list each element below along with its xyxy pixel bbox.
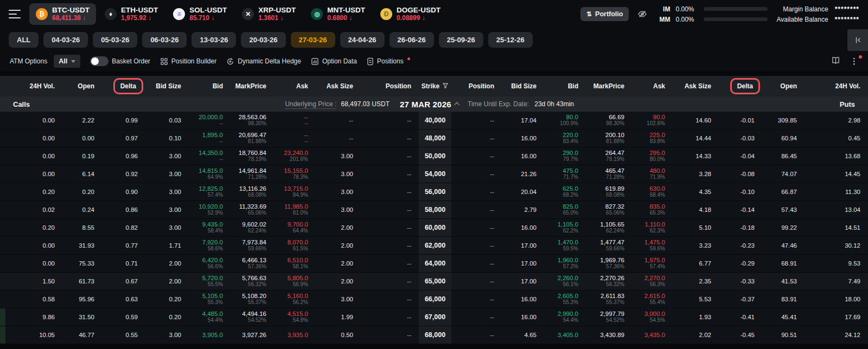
- call-bid[interactable]: 4,485.054.4%: [189, 308, 231, 326]
- option-row-65000[interactable]: 1.5061.730.672.005,720.055.5%5,766.6356.…: [0, 273, 868, 290]
- positions-button[interactable]: Positions: [367, 57, 410, 66]
- ticker-tab-mnt-usdt[interactable]: ◍MNT-USDT0.6800 ↓: [304, 3, 372, 25]
- put-mark-price[interactable]: 619.8968.08%: [586, 183, 632, 201]
- call-mark-price[interactable]: 5,108.2055.37%: [231, 290, 274, 308]
- option-data-button[interactable]: Option Data: [311, 57, 357, 66]
- put-bid[interactable]: 2,990.054.4%: [544, 308, 586, 326]
- ticker-tab-sol-usdt[interactable]: ≡SOL-USDT85.710 ↓: [167, 3, 233, 25]
- expiry-tab-27-03-26[interactable]: 27-03-26: [291, 32, 335, 48]
- header-strike[interactable]: Strike: [419, 82, 451, 91]
- put-ask[interactable]: 1,475.059.6%: [632, 237, 673, 254]
- call-ask[interactable]: 4,515.054.8%: [274, 308, 316, 326]
- put-bid[interactable]: 625.068.2%: [544, 183, 586, 201]
- put-bid[interactable]: 1,960.057.2%: [544, 255, 586, 272]
- call-mark-price[interactable]: 3,927.26: [231, 326, 274, 344]
- option-row-60000[interactable]: 0.208.550.823.009,435.058.4%9,602.0262.2…: [0, 219, 868, 237]
- expiry-date-selector[interactable]: 27 MAR 2026: [400, 100, 459, 109]
- call-mark-price[interactable]: 4,494.1654.52%: [231, 308, 274, 326]
- expiry-tab-20-03-26[interactable]: 20-03-26: [241, 32, 285, 48]
- put-ask[interactable]: 630.068.4%: [632, 183, 673, 201]
- portfolio-button[interactable]: ⇅ Portfolio: [580, 7, 629, 21]
- call-ask[interactable]: 13,715.084.9%: [274, 183, 316, 201]
- ticker-tab-xrp-usdt[interactable]: ✕XRP-USDT1.3601 ↓: [235, 3, 302, 25]
- put-mark-price[interactable]: 200.1081.88%: [586, 130, 632, 147]
- put-mark-price[interactable]: 3,430.89: [586, 326, 632, 344]
- call-bid[interactable]: 7,920.058.6%: [189, 237, 231, 254]
- option-row-64000[interactable]: 0.0075.330.712.006,420.056.6%6,466.1357.…: [0, 255, 868, 273]
- call-ask[interactable]: 5,805.056.9%: [274, 273, 316, 290]
- expiry-tab-25-09-26[interactable]: 25-09-26: [439, 32, 483, 48]
- call-mark-price[interactable]: 9,602.0262.24%: [231, 219, 274, 236]
- put-ask[interactable]: 90.0102.6%: [632, 112, 673, 129]
- put-bid[interactable]: 1,470.059.5%: [544, 237, 586, 254]
- option-row-67000[interactable]: 9.8631.500.590.204,485.054.4%4,494.1654.…: [0, 308, 868, 326]
- expiry-tab-06-03-26[interactable]: 06-03-26: [142, 32, 187, 48]
- option-row-50000[interactable]: 0.000.190.963.0014,350.0--18,760.8478.19…: [0, 147, 868, 165]
- position-builder-button[interactable]: Position Builder: [160, 57, 216, 66]
- put-mark-price[interactable]: 66.6998.30%: [586, 112, 632, 129]
- put-mark-price[interactable]: 2,611.8355.37%: [586, 290, 632, 308]
- call-ask[interactable]: 9,700.064.4%: [274, 219, 316, 236]
- ticker-tab-eth-usdt[interactable]: ♦ETH-USDT1,975.92 ↓: [98, 3, 164, 25]
- option-row-40000[interactable]: 0.002.220.990.0320,000.0--28,563.0698.30…: [0, 112, 868, 130]
- collapse-panel-button[interactable]: [847, 29, 868, 51]
- call-bid[interactable]: 12,825.057.4%: [189, 183, 231, 201]
- call-ask[interactable]: 3,935.0: [274, 326, 316, 344]
- expiry-tab-26-06-26[interactable]: 26-06-26: [390, 32, 434, 48]
- call-ask[interactable]: ----: [274, 112, 316, 129]
- put-bid[interactable]: 3,405.0: [544, 326, 586, 344]
- call-mark-price[interactable]: 14,961.8471.28%: [231, 165, 274, 183]
- put-bid[interactable]: 220.083.4%: [544, 130, 586, 147]
- expiry-tab-04-03-26[interactable]: 04-03-26: [43, 32, 88, 48]
- expiry-tab-24-04-26[interactable]: 24-04-26: [340, 32, 385, 48]
- call-ask[interactable]: 23,240.0201.6%: [274, 147, 316, 165]
- option-row-68000[interactable]: 10.0546.770.553.003,905.03,927.263,935.0…: [0, 326, 868, 344]
- put-mark-price[interactable]: 2,270.2656.32%: [586, 273, 632, 290]
- put-ask[interactable]: 480.071.9%: [632, 165, 673, 183]
- put-ask[interactable]: 2,615.055.4%: [632, 290, 673, 308]
- call-bid[interactable]: 14,815.064.9%: [189, 165, 231, 183]
- expiry-tab-13-03-26[interactable]: 13-03-26: [192, 32, 236, 48]
- call-bid[interactable]: 5,720.055.5%: [189, 273, 231, 290]
- put-bid[interactable]: 1,105.062.2%: [544, 219, 586, 236]
- call-bid[interactable]: 9,435.058.4%: [189, 219, 231, 236]
- orderbook-book-icon[interactable]: [831, 56, 840, 66]
- put-ask[interactable]: 1,110.062.3%: [632, 219, 673, 236]
- atm-options-select[interactable]: All: [54, 55, 80, 68]
- put-bid[interactable]: 2,605.055.3%: [544, 290, 586, 308]
- option-row-48000[interactable]: 0.000.000.970.101,895.0--20,696.4781.88%…: [0, 130, 868, 147]
- put-mark-price[interactable]: 827.3265.06%: [586, 201, 632, 218]
- option-row-54000[interactable]: 0.006.140.923.0014,815.064.9%14,961.8471…: [0, 165, 868, 183]
- put-bid[interactable]: 475.071.7%: [544, 165, 586, 183]
- expiry-tab-05-03-26[interactable]: 05-03-26: [93, 32, 137, 48]
- more-options-icon[interactable]: ⋮: [850, 57, 858, 65]
- call-ask[interactable]: 5,160.056.2%: [274, 290, 316, 308]
- put-bid[interactable]: 80.0100.9%: [544, 112, 586, 129]
- option-row-62000[interactable]: 0.0031.930.771.717,920.058.6%7,973.8459.…: [0, 237, 868, 255]
- call-ask[interactable]: 15,155.078.3%: [274, 165, 316, 183]
- option-row-56000[interactable]: 0.200.200.903.0012,825.057.4%13,116.2668…: [0, 183, 868, 201]
- basket-order-toggle-group[interactable]: Basket Order: [90, 56, 150, 66]
- menu-icon[interactable]: [9, 10, 21, 18]
- call-mark-price[interactable]: 7,973.8459.66%: [231, 237, 274, 254]
- option-row-66000[interactable]: 0.5895.960.630.205,105.055.3%5,108.2055.…: [0, 290, 868, 308]
- call-mark-price[interactable]: 11,323.6965.06%: [231, 201, 274, 218]
- eye-off-icon[interactable]: [637, 9, 647, 19]
- put-mark-price[interactable]: 465.4771.28%: [586, 165, 632, 183]
- call-ask[interactable]: 8,070.061.5%: [274, 237, 316, 254]
- call-bid[interactable]: 6,420.056.6%: [189, 255, 231, 272]
- call-bid[interactable]: 5,105.055.3%: [189, 290, 231, 308]
- put-mark-price[interactable]: 1,969.7657.36%: [586, 255, 632, 272]
- call-mark-price[interactable]: 5,766.6356.32%: [231, 273, 274, 290]
- put-mark-price[interactable]: 1,105.6562.24%: [586, 219, 632, 236]
- put-bid[interactable]: 290.079.7%: [544, 147, 586, 165]
- call-mark-price[interactable]: 18,760.8478.19%: [231, 147, 274, 165]
- call-mark-price[interactable]: 28,563.0698.30%: [231, 112, 274, 129]
- put-ask[interactable]: 835.065.3%: [632, 201, 673, 218]
- put-ask[interactable]: 225.083.8%: [632, 130, 673, 147]
- call-mark-price[interactable]: 6,466.1357.36%: [231, 255, 274, 272]
- dynamic-delta-hedge-button[interactable]: Dynamic Delta Hedge: [226, 57, 301, 66]
- ticker-tab-doge-usdt[interactable]: ÐDOGE-USDT0.08899 ↓: [374, 3, 447, 25]
- call-ask[interactable]: ----: [274, 130, 316, 147]
- expiry-tab-all[interactable]: ALL: [9, 32, 39, 48]
